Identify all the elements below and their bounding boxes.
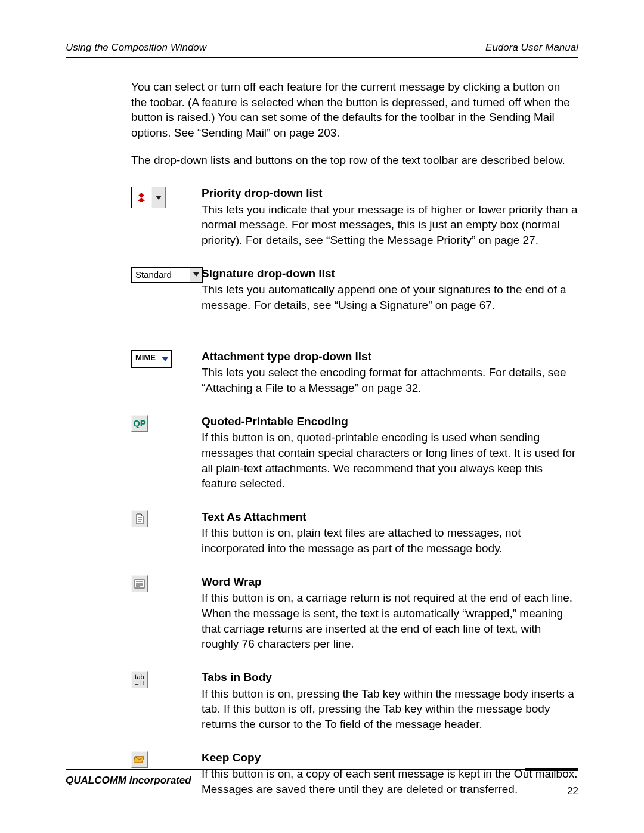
item-title: Attachment type drop-down list	[202, 349, 578, 364]
tab-symbol: ≡⊔	[135, 680, 144, 686]
priority-dropdown-icon	[131, 187, 166, 208]
signature-dropdown-label: Standard	[132, 268, 190, 282]
intro-paragraph-1: You can select or turn off each feature …	[131, 79, 578, 141]
item-quoted-printable: QP Quoted-Printable Encoding If this but…	[131, 414, 578, 491]
footer-rule	[66, 768, 578, 771]
footer-company: QUALCOMM Incorporated	[66, 775, 191, 797]
word-wrap-button-icon	[131, 575, 148, 592]
text-as-attachment-button-icon	[131, 510, 148, 527]
header-rule	[66, 57, 578, 58]
header-right: Eudora User Manual	[485, 42, 578, 54]
header-left: Using the Composition Window	[66, 42, 206, 54]
item-body: If this button is on, a carriage return …	[202, 592, 572, 650]
intro-paragraph-2: The drop-down lists and buttons on the t…	[131, 153, 578, 168]
item-body: This lets you indicate that your message…	[202, 203, 577, 246]
tabs-in-body-button-icon: tab ≡⊔	[131, 671, 148, 688]
dropdown-arrow-icon	[190, 268, 202, 282]
signature-dropdown-icon: Standard	[131, 267, 203, 283]
item-title: Text As Attachment	[202, 509, 578, 525]
item-title: Tabs in Body	[202, 670, 578, 685]
page-footer: QUALCOMM Incorporated 22	[66, 768, 578, 797]
item-priority: Priority drop-down list This lets you in…	[131, 185, 578, 248]
priority-glyph-icon	[131, 187, 151, 208]
item-title: Word Wrap	[202, 574, 578, 590]
item-body: If this button is on, quoted-printable e…	[202, 431, 575, 490]
item-text-as-attachment: Text As Attachment If this button is on,…	[131, 509, 578, 556]
attachment-type-dropdown-icon: MIME	[131, 350, 172, 368]
item-attachment-type: MIME Attachment type drop-down list This…	[131, 349, 578, 396]
dropdown-arrow-icon	[151, 187, 166, 208]
item-title: Keep Copy	[202, 750, 578, 766]
dropdown-arrow-icon	[159, 351, 171, 367]
manual-page: Using the Composition Window Eudora User…	[0, 0, 644, 833]
item-signature: Standard Signature drop-down list This l…	[131, 266, 578, 313]
qp-label: QP	[133, 418, 146, 428]
item-title: Signature drop-down list	[202, 266, 578, 281]
item-title: Quoted-Printable Encoding	[202, 414, 578, 429]
quoted-printable-button-icon: QP	[131, 415, 148, 432]
item-body: If this button is on, plain text files a…	[202, 527, 521, 555]
item-title: Priority drop-down list	[202, 185, 578, 201]
page-header: Using the Composition Window Eudora User…	[66, 42, 578, 54]
item-tabs-in-body: tab ≡⊔ Tabs in Body If this button is on…	[131, 670, 578, 732]
item-body: If this button is on, pressing the Tab k…	[202, 688, 574, 730]
intro-block: You can select or turn off each feature …	[131, 79, 578, 168]
keep-copy-button-icon	[131, 751, 148, 768]
item-body: This lets you select the encoding format…	[202, 366, 566, 394]
item-body: This lets you automatically append one o…	[202, 283, 566, 311]
attachment-type-label: MIME	[132, 351, 159, 367]
item-word-wrap: Word Wrap If this button is on, a carria…	[131, 574, 578, 652]
page-number: 22	[567, 785, 578, 797]
